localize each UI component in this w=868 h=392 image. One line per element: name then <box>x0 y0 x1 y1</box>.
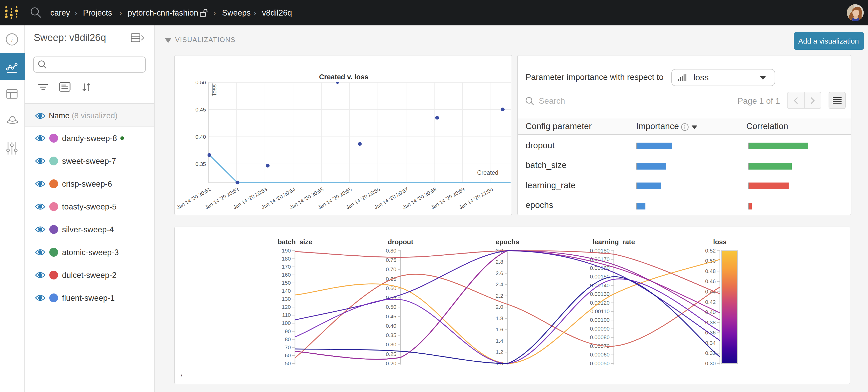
svg-text:loss: loss <box>211 85 217 95</box>
svg-text:0.46: 0.46 <box>705 278 715 284</box>
svg-text:110: 110 <box>282 312 290 318</box>
svg-text:0.40: 0.40 <box>195 134 206 140</box>
svg-text:0.30: 0.30 <box>705 360 715 366</box>
svg-text:80: 80 <box>285 336 290 342</box>
svg-text:0.00160: 0.00160 <box>590 265 609 271</box>
svg-text:Created: Created <box>477 169 498 176</box>
svg-text:0.00080: 0.00080 <box>590 334 609 340</box>
svg-text:0.70: 0.70 <box>385 266 396 272</box>
svg-text:90: 90 <box>285 328 290 334</box>
svg-text:0.75: 0.75 <box>385 257 396 263</box>
svg-text:1.2: 1.2 <box>495 349 503 355</box>
svg-text:0.00150: 0.00150 <box>590 273 609 280</box>
svg-text:2.6: 2.6 <box>495 270 503 276</box>
svg-text:0.40: 0.40 <box>385 323 396 329</box>
svg-text:140: 140 <box>281 288 290 294</box>
svg-text:0.35: 0.35 <box>385 332 396 338</box>
svg-text:0.20: 0.20 <box>385 360 396 366</box>
svg-text:150: 150 <box>281 280 290 286</box>
svg-text:0.00050: 0.00050 <box>590 360 609 366</box>
svg-text:learning_rate: learning_rate <box>592 238 634 246</box>
svg-text:2.2: 2.2 <box>495 293 503 299</box>
svg-text:50: 50 <box>285 360 290 366</box>
svg-text:0.48: 0.48 <box>705 268 715 274</box>
svg-text:1.8: 1.8 <box>495 315 503 321</box>
svg-text:170: 170 <box>281 264 290 270</box>
svg-text:1.4: 1.4 <box>495 338 503 344</box>
svg-text:0.00090: 0.00090 <box>590 326 609 332</box>
svg-text:dropout: dropout <box>388 238 413 246</box>
svg-text:0.52: 0.52 <box>705 248 715 254</box>
svg-text:0.80: 0.80 <box>385 248 396 254</box>
svg-text:0.35: 0.35 <box>195 161 206 167</box>
svg-text:2.4: 2.4 <box>495 281 503 287</box>
svg-text:0.00060: 0.00060 <box>590 352 609 358</box>
svg-text:100: 100 <box>281 320 290 326</box>
svg-text:0.00110: 0.00110 <box>590 308 609 314</box>
svg-text:180: 180 <box>281 256 290 262</box>
svg-text:0.00130: 0.00130 <box>590 291 609 297</box>
svg-text:0.42: 0.42 <box>705 299 715 305</box>
svg-text:0.30: 0.30 <box>385 341 396 348</box>
svg-text:0.36: 0.36 <box>705 329 715 335</box>
svg-text:160: 160 <box>281 272 290 277</box>
svg-text:1.6: 1.6 <box>495 326 503 332</box>
svg-text:0.32: 0.32 <box>705 350 715 356</box>
svg-text:0.45: 0.45 <box>195 106 206 112</box>
svg-text:190: 190 <box>281 248 290 254</box>
svg-text:loss: loss <box>713 238 726 246</box>
svg-text:batch_size: batch_size <box>278 238 312 246</box>
svg-text:70: 70 <box>285 344 290 350</box>
svg-text:0.00100: 0.00100 <box>590 317 609 323</box>
svg-text:60: 60 <box>285 352 290 358</box>
svg-text:i: i <box>11 36 13 43</box>
svg-text:2.8: 2.8 <box>495 259 503 265</box>
svg-text:0.45: 0.45 <box>385 314 396 319</box>
svg-text:0.50: 0.50 <box>385 304 396 310</box>
svg-text:2.0: 2.0 <box>495 304 503 310</box>
svg-text:epochs: epochs <box>495 238 519 246</box>
svg-text:Created v. loss: Created v. loss <box>319 73 368 81</box>
svg-text:120: 120 <box>281 304 290 310</box>
svg-text:0.25: 0.25 <box>385 351 396 357</box>
svg-text:130: 130 <box>281 296 290 302</box>
